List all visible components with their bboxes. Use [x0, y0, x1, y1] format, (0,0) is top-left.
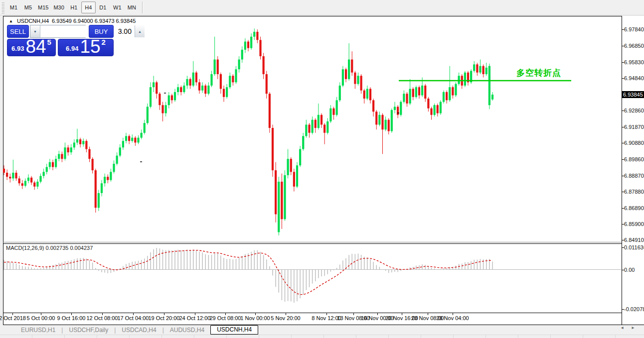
sell-price-pip: 5 [47, 38, 51, 46]
time-axis-label: 1 Nov 00:00 [240, 315, 270, 321]
chart-tab-usdchf[interactable]: USDCHF,Daily [63, 327, 114, 334]
time-axis-label: 19 Oct 20:00 [149, 315, 180, 321]
chart-symbol-label: USDCNH,H4 [17, 18, 49, 24]
current-price-tag: 6.93845 [622, 91, 644, 98]
buy-price-pip: 2 [102, 38, 106, 46]
time-axis-label: 9 Oct 16:00 [57, 315, 86, 321]
time-axis-tick [453, 313, 453, 315]
price-axis-tick [622, 159, 624, 160]
price-axis-tick [622, 208, 624, 209]
price-axis-label: 6.86890 [624, 205, 644, 211]
price-axis-label: 6.87880 [624, 189, 644, 195]
tab-scroll-left-icon[interactable]: ◄ [620, 326, 624, 330]
time-axis-tick [164, 313, 164, 315]
chart-tab-usdcnh[interactable]: USDCNH,H4 [210, 325, 258, 335]
chart-ohlc-values: 6.93549 6.94000 6.93473 6.93845 [52, 18, 136, 24]
time-axis-label: 5 Oct 00:00 [27, 315, 55, 321]
time-axis-tick [71, 313, 72, 315]
time-axis-tick [12, 313, 13, 315]
buy-price-box[interactable]: 6.94 15 2 [58, 39, 114, 56]
volume-input[interactable] [40, 25, 135, 37]
chart-tab-eurusd[interactable]: EURUSD,H1 [15, 327, 61, 334]
time-axis-label: 24 Oct 12:00 [179, 315, 211, 321]
time-axis-label: 2 Oct 2018 [0, 315, 26, 321]
chart-title: ▲ USDCNH,H4 6.93549 6.94000 6.93473 6.93… [9, 18, 136, 24]
tab-scroll-right-icon[interactable]: ► [631, 326, 635, 330]
price-axis-tick [622, 46, 624, 46]
macd-axis-label: -0.020788 [624, 306, 644, 312]
price-axis-tick [622, 192, 624, 192]
price-axis-label: 6.91870 [624, 124, 644, 130]
buy-price-prefix: 6.94 [66, 45, 78, 52]
price-axis-tick [622, 78, 624, 79]
price-axis-label: 6.84910 [624, 237, 644, 243]
time-axis-tick [41, 313, 41, 315]
macd-axis-tick [622, 309, 624, 310]
macd-axis-tick [622, 247, 624, 248]
time-axis-tick [286, 313, 286, 315]
time-axis-tick [225, 313, 226, 315]
volume-increase-icon[interactable]: ▲ [135, 25, 145, 37]
chart-tab-bar: EURUSD,H1|USDCHF,Daily|USDCAD,H4|AUDUSD,… [0, 325, 644, 335]
time-axis-label: 17 Oct 04:00 [118, 315, 149, 321]
time-axis-tick [102, 313, 103, 315]
macd-axis-label: 0.011636 [624, 244, 644, 250]
time-axis-label: 29 Oct 08:00 [210, 315, 241, 321]
time-axis-label: 12 Oct 08:00 [87, 315, 118, 321]
collapse-panel-icon[interactable]: ▲ [9, 19, 13, 23]
chart-tab-usdcad[interactable]: USDCAD,H4 [116, 327, 162, 334]
time-axis-tick [402, 313, 402, 315]
price-axis-tick [622, 224, 624, 225]
time-axis-tick [195, 313, 195, 315]
price-axis-label: 6.89860 [624, 156, 644, 162]
price-axis-label: 6.94840 [624, 75, 644, 81]
price-axis-tick [622, 29, 624, 30]
price-axis-label: 6.85900 [624, 221, 644, 227]
macd-axis-label: 0.00 [624, 267, 635, 273]
price-axis-tick [622, 143, 624, 143]
time-axis-tick [326, 313, 327, 315]
macd-indicator-label: MACD(12,26,9) 0.002735 0.004237 [6, 245, 93, 251]
price-axis-tick [622, 127, 624, 127]
price-axis-label: 6.96850 [624, 43, 644, 49]
price-axis-label: 6.92860 [624, 108, 644, 113]
price-axis-label: 6.95830 [624, 59, 644, 65]
time-axis-tick [353, 313, 354, 315]
volume-decrease-icon[interactable]: ▼ [30, 25, 40, 37]
price-axis-tick [622, 240, 624, 240]
chart-tab-audusd[interactable]: AUDUSD,H4 [164, 327, 210, 334]
sell-price-prefix: 6.93 [11, 45, 24, 52]
price-axis-tick [622, 111, 624, 111]
time-axis-tick [133, 313, 134, 315]
sell-price-box[interactable]: 6.93 84 5 [7, 39, 56, 56]
macd-axis-tick [622, 270, 624, 270]
status-bar [0, 335, 644, 338]
price-axis-label: 6.88870 [624, 173, 644, 179]
sell-price-main: 84 [25, 39, 46, 54]
tab-scroll-controls: ◄ ► [620, 326, 635, 330]
buy-price-main: 15 [80, 39, 100, 54]
price-axis-label: 6.90880 [624, 140, 644, 146]
time-axis-tick [255, 313, 256, 315]
time-axis-label: 5 Nov 20:00 [271, 315, 300, 321]
time-axis-tick [428, 313, 428, 315]
price-axis-label: 6.97840 [624, 26, 644, 32]
price-axis-tick [622, 176, 624, 176]
price-axis-tick [622, 62, 624, 63]
annotation-label[interactable]: 多空转折点 [516, 67, 561, 79]
time-axis-label: 28 Nov 04:00 [436, 315, 469, 321]
time-axis-tick [377, 313, 378, 315]
